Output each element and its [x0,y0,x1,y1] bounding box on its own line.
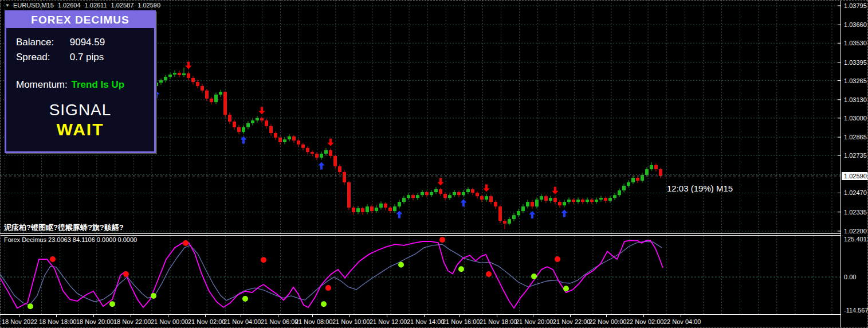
buy-dot [151,293,156,299]
candle-body [650,165,653,169]
candle-body [398,202,401,206]
candle-body [443,194,447,198]
candle-body [521,206,525,211]
indicator-values: 23.0063 84.1106 0.0000 0.0000 [48,236,137,243]
time-tick-label: 21 Nov 18:00 [480,318,517,325]
time-axis[interactable]: 18 Nov 202218 Nov 18:0018 Nov 20:0018 No… [0,315,841,328]
candle-body [563,202,566,205]
candle-body [636,178,639,181]
buy-dot [531,274,537,279]
time-tick-mark [168,315,168,317]
time-tick-label: 21 Nov 00:00 [151,318,188,325]
candle-body [448,195,451,198]
buy-arrow-icon [319,162,325,170]
candle-body [659,169,662,176]
time-tick-mark [278,315,278,317]
candle-body [411,195,415,198]
price-tick-label: 1.03130 [844,96,867,103]
mt4-chart-window: ▼EURUSD,M151.026041.026111.025871.02590 … [0,0,868,328]
candle-body [631,178,635,182]
time-tick-mark [459,315,460,317]
momentum-value: Trend Is Up [71,79,124,90]
candle-body [292,136,296,140]
candle-body [173,73,176,75]
time-tick-label: 18 Nov 2022 [2,318,37,325]
candle-body [269,126,273,133]
candle-body [485,196,488,200]
candle-body [297,140,300,145]
candle-body [558,202,561,205]
panel-title: FOREX DECIMUS [6,12,154,28]
candle-body [457,192,461,195]
time-tick-label: 21 Nov 10:00 [332,318,370,325]
price-axis[interactable]: 1.02590 125.4012 0.00 -114.5675 1.037951… [841,0,868,328]
sell-arrow-icon [186,62,192,69]
time-tick-label: 21 Nov 12:00 [370,318,407,325]
candle-body [168,75,172,77]
candle-body [246,123,250,127]
time-tick-mark [643,315,644,317]
candle-body [439,189,442,194]
candle-body [645,169,649,175]
candle-body [333,156,337,166]
candle-body [549,198,552,201]
candle-body [214,95,218,102]
time-tick-mark [606,315,607,317]
candle-body [613,195,616,198]
candle-body [315,154,319,158]
time-tick-label: 18 Nov 18:00 [39,318,76,325]
candle-body [375,208,378,211]
candle-body [256,118,259,120]
candle-body [361,208,364,212]
time-tick-mark [312,315,313,317]
time-tick-label: 21 Nov 22:00 [553,318,590,325]
chart-symbol-label: EURUSD,M15 [13,2,54,9]
price-tick-label: 1.03395 [844,59,867,66]
candle-body [343,172,346,182]
candle-body [581,200,584,202]
ohlc-open: 1.02604 [58,2,81,9]
buy-dot [458,266,464,272]
candle-body [590,200,594,202]
candle-body [471,189,474,193]
chart-menu-icon[interactable]: ▼ [5,3,10,8]
price-tick-label: 1.03795 [844,2,867,9]
price-tick-label: 1.03000 [844,115,867,122]
candle-body [388,208,392,211]
indicator-name: Forex Decimus [4,236,46,243]
candle-body [489,196,493,202]
candle-body [618,190,621,195]
osc-scale-zero: 0.00 [844,274,856,280]
price-tick-label: 1.02200 [844,228,867,235]
candle-body [274,133,277,138]
time-tick-mark [205,315,206,317]
candle-body [503,221,506,224]
chart-title-bar: ▼EURUSD,M151.026041.026111.025871.02590 [5,2,160,9]
sell-dot [486,271,492,277]
price-tick-label: 1.02735 [844,152,867,159]
price-tick-label: 1.02470 [844,189,867,196]
spread-value: 0.7 pips [70,52,104,63]
buy-dot [109,301,115,307]
candle-body [430,192,433,195]
osc-scale-top: 125.4012 [844,236,868,243]
time-tick-mark [19,315,19,317]
indicator-pane-label: Forex Decimus 23.0063 84.1106 0.0000 0.0… [4,236,137,243]
candle-body [196,82,199,86]
sell-dot [183,240,188,246]
candle-body [278,138,282,142]
buy-arrow-icon [461,199,467,206]
sell-arrow-icon [484,184,490,192]
price-tick-label: 1.02865 [844,134,867,140]
buy-dot [398,262,404,268]
candle-body [338,166,341,172]
time-tick-mark [56,315,57,317]
buy-dot [242,296,248,302]
candle-body [476,193,479,196]
candle-body [622,186,626,190]
candle-body [191,78,195,82]
spread-label: Spread: [16,52,67,63]
time-tick-mark [349,315,350,317]
sell-arrow-icon [328,139,334,146]
sell-arrow-icon [259,107,265,114]
